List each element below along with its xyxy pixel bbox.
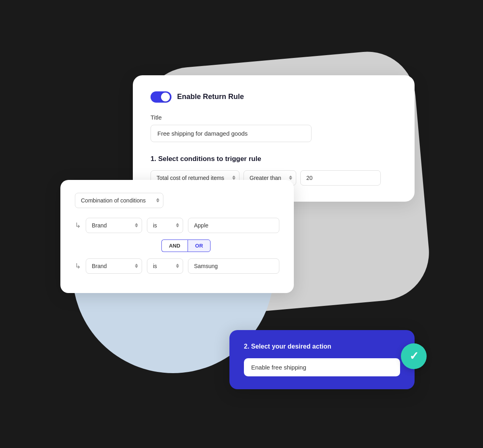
is-select-2[interactable]: is <box>147 258 183 274</box>
sub-arrow-icon-2: ↳ <box>75 262 81 270</box>
sub-condition-row-1: ↳ Brand is <box>75 218 279 233</box>
brand-select-wrapper-1: Brand <box>86 218 142 233</box>
and-button[interactable]: AND <box>161 239 188 252</box>
condition-value-input[interactable] <box>300 170 381 186</box>
toggle-row: Enable Return Rule <box>151 91 397 103</box>
is-select-1[interactable]: is <box>147 218 183 233</box>
sub-arrow-icon-1: ↳ <box>75 221 81 230</box>
brand-select-2[interactable]: Brand <box>86 258 142 274</box>
check-icon: ✓ <box>409 349 419 363</box>
brand-select-wrapper-2: Brand <box>86 258 142 274</box>
enable-rule-toggle[interactable] <box>151 91 171 103</box>
brand-value-input-1[interactable] <box>188 218 279 233</box>
combo-type-row: Combination of conditions All conditions… <box>75 193 279 208</box>
title-field-group: Title <box>151 114 397 142</box>
toggle-label: Enable Return Rule <box>177 93 244 101</box>
and-or-toggle: AND OR <box>93 239 279 252</box>
title-label: Title <box>151 114 397 121</box>
conditions-heading: 1. Select conditions to trigger rule <box>151 155 397 163</box>
brand-value-input-2[interactable] <box>188 258 279 274</box>
sub-condition-row-2: ↳ Brand is <box>75 258 279 274</box>
check-badge: ✓ <box>401 343 427 369</box>
title-input[interactable] <box>151 125 312 142</box>
combo-type-select-wrapper: Combination of conditions All conditions… <box>75 193 163 208</box>
or-button[interactable]: OR <box>188 239 211 252</box>
is-select-wrapper-2: is <box>147 258 183 274</box>
brand-select-1[interactable]: Brand <box>86 218 142 233</box>
action-input[interactable] <box>244 358 400 376</box>
combo-card: Combination of conditions All conditions… <box>60 180 294 293</box>
is-select-wrapper-1: is <box>147 218 183 233</box>
action-card: 2. Select your desired action <box>229 330 415 389</box>
combo-type-select[interactable]: Combination of conditions All conditions… <box>75 193 163 208</box>
action-heading: 2. Select your desired action <box>244 343 400 350</box>
